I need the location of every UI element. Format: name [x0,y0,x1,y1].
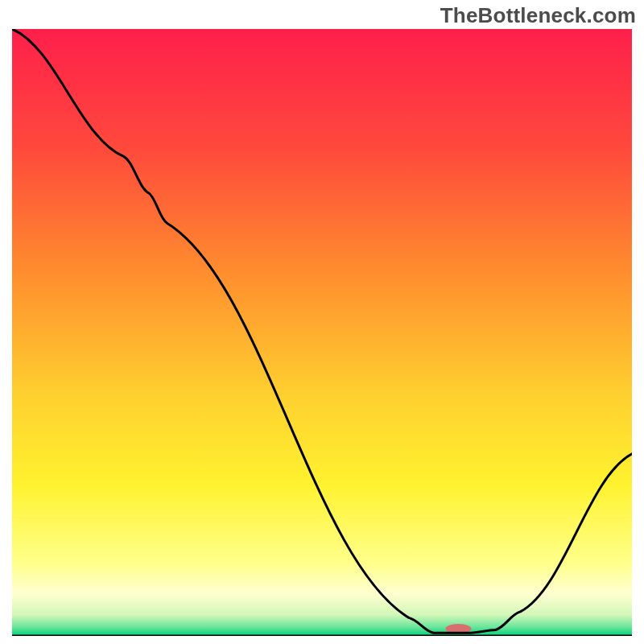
bottleneck-chart [12,29,632,636]
chart-container: TheBottleneck.com [0,0,644,644]
gradient-background [12,29,632,636]
chart-svg [12,29,632,636]
watermark-text: TheBottleneck.com [440,3,636,28]
